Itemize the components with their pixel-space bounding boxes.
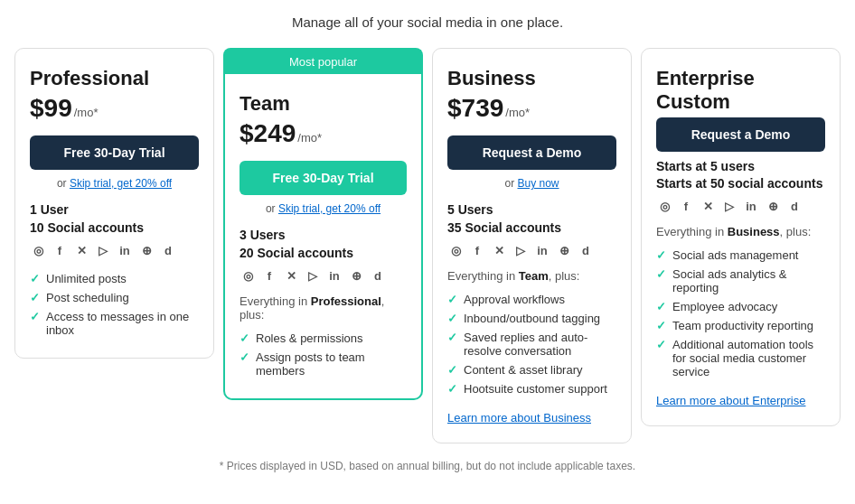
twitter-icon: ✕: [700, 198, 716, 214]
feature-item-professional-1: Post scheduling: [30, 288, 199, 307]
learn-more-business[interactable]: Learn more about Business: [447, 411, 616, 425]
price-amount: $249: [240, 119, 296, 148]
plan-card-team: Team$249/mo*Free 30-Day Trialor Skip tri…: [223, 74, 423, 400]
linkedin-icon: in: [534, 242, 550, 258]
price-amount: $739: [447, 94, 503, 123]
youtube-icon: ▷: [305, 267, 321, 284]
plan-price-team: $249/mo*: [240, 119, 407, 148]
facebook-icon: f: [52, 242, 68, 258]
social-icons-business: ◎f✕▷in⊕d: [447, 242, 616, 258]
plan-name-professional: Professional: [30, 67, 199, 90]
plan-name-team: Team: [240, 92, 407, 116]
feature-item-business-4: Hootsuite customer support: [447, 379, 616, 398]
feature-item-enterprise-2: Employee advocacy: [656, 297, 825, 316]
tiktok-icon: d: [578, 242, 594, 258]
plan-users-business: 5 Users: [447, 202, 616, 217]
instagram-icon: ◎: [656, 198, 672, 214]
cta-button-business[interactable]: Request a Demo: [447, 135, 616, 170]
features-intro-business: Everything in Team, plus:: [447, 269, 616, 283]
features-list-enterprise: Social ads managementSocial ads analytic…: [656, 246, 825, 381]
popular-badge: Most popular: [223, 48, 423, 74]
instagram-icon: ◎: [30, 242, 46, 258]
twitter-icon: ✕: [491, 242, 507, 258]
social-icons-enterprise: ◎f✕▷in⊕d: [656, 198, 825, 214]
linkedin-icon: in: [117, 242, 133, 258]
plan-card-business: Business$739/mo*Request a Demoor Buy now…: [432, 48, 632, 443]
facebook-icon: f: [469, 242, 485, 258]
features-intro-enterprise: Everything in Business, plus:: [656, 225, 825, 238]
feature-item-team-1: Assign posts to team members: [240, 348, 407, 380]
youtube-icon: ▷: [512, 242, 529, 258]
linkedin-icon: in: [743, 198, 759, 214]
plan-name-business: Business: [447, 67, 616, 90]
feature-item-enterprise-1: Social ads analytics & reporting: [656, 265, 825, 297]
skip-link-professional: or Skip trial, get 20% off: [30, 177, 199, 190]
pinterest-icon: ⊕: [556, 242, 572, 258]
instagram-icon: ◎: [447, 242, 464, 258]
learn-more-enterprise[interactable]: Learn more about Enterprise: [656, 394, 825, 407]
facebook-icon: f: [261, 267, 277, 284]
plan-accounts-professional: 10 Social accounts: [30, 220, 199, 235]
tiktok-icon: d: [786, 198, 803, 214]
plan-wrapper-enterprise: EnterpriseCustomRequest a DemoStarts at …: [641, 48, 841, 426]
facebook-icon: f: [678, 198, 694, 214]
price-period: /mo*: [505, 106, 530, 119]
linkedin-icon: in: [326, 267, 343, 284]
buy-anchor-business[interactable]: Buy now: [517, 177, 559, 190]
plan-wrapper-professional: Professional$99/mo*Free 30-Day Trialor S…: [14, 48, 214, 359]
plan-accounts-team: 20 Social accounts: [240, 246, 407, 260]
plan-wrapper-team: Most popularTeam$249/mo*Free 30-Day Tria…: [223, 48, 423, 400]
plan-card-professional: Professional$99/mo*Free 30-Day Trialor S…: [14, 48, 214, 359]
features-intro-team: Everything in Professional, plus:: [240, 294, 407, 322]
feature-item-enterprise-4: Additional automation tools for social m…: [656, 335, 825, 381]
skip-anchor-team[interactable]: Skip trial, get 20% off: [278, 202, 381, 215]
social-icons-team: ◎f✕▷in⊕d: [240, 267, 407, 284]
feature-item-enterprise-0: Social ads management: [656, 246, 825, 265]
starts-accounts-enterprise: Starts at 50 social accounts: [656, 176, 825, 191]
page-subtitle: Manage all of your social media in one p…: [14, 14, 841, 30]
plans-container: Professional$99/mo*Free 30-Day Trialor S…: [14, 48, 841, 443]
social-icons-professional: ◎f✕▷in⊕d: [30, 242, 199, 258]
instagram-icon: ◎: [240, 267, 256, 284]
plan-price-business: $739/mo*: [447, 94, 616, 123]
feature-item-team-0: Roles & permissions: [240, 329, 407, 348]
footer-note: * Prices displayed in USD, based on annu…: [14, 460, 841, 472]
feature-item-business-3: Content & asset library: [447, 360, 616, 379]
buy-link-business: or Buy now: [447, 177, 616, 190]
feature-item-professional-0: Unlimited posts: [30, 269, 199, 288]
plan-card-enterprise: EnterpriseCustomRequest a DemoStarts at …: [641, 48, 841, 426]
plan-accounts-business: 35 Social accounts: [447, 220, 616, 235]
feature-item-enterprise-3: Team productivity reporting: [656, 316, 825, 335]
features-list-professional: Unlimited postsPost schedulingAccess to …: [30, 269, 199, 340]
cta-button-team[interactable]: Free 30-Day Trial: [240, 161, 407, 195]
plan-users-team: 3 Users: [240, 228, 407, 242]
price-period: /mo*: [74, 106, 99, 119]
pinterest-icon: ⊕: [765, 198, 781, 214]
cta-button-enterprise[interactable]: Request a Demo: [656, 117, 825, 152]
plan-name-enterprise: EnterpriseCustom: [656, 67, 825, 114]
skip-anchor-professional[interactable]: Skip trial, get 20% off: [70, 177, 172, 190]
youtube-icon: ▷: [95, 242, 111, 258]
pinterest-icon: ⊕: [138, 242, 155, 258]
features-list-business: Approval workflowsInbound/outbound taggi…: [447, 290, 616, 398]
plan-price-professional: $99/mo*: [30, 94, 199, 123]
tiktok-icon: d: [160, 242, 176, 258]
plan-wrapper-business: Business$739/mo*Request a Demoor Buy now…: [432, 48, 632, 443]
feature-item-business-0: Approval workflows: [447, 290, 616, 309]
cta-button-professional[interactable]: Free 30-Day Trial: [30, 135, 199, 170]
price-amount: $99: [30, 94, 72, 123]
skip-link-team: or Skip trial, get 20% off: [240, 202, 407, 215]
feature-item-business-2: Saved replies and auto-resolve conversat…: [447, 328, 616, 360]
twitter-icon: ✕: [283, 267, 299, 284]
starts-users-enterprise: Starts at 5 users: [656, 159, 825, 173]
youtube-icon: ▷: [721, 198, 738, 214]
feature-item-business-1: Inbound/outbound tagging: [447, 309, 616, 328]
feature-item-professional-2: Access to messages in one inbox: [30, 307, 199, 340]
plan-users-professional: 1 User: [30, 202, 199, 217]
pinterest-icon: ⊕: [348, 267, 364, 284]
price-period: /mo*: [297, 131, 322, 145]
features-list-team: Roles & permissionsAssign posts to team …: [240, 329, 407, 380]
twitter-icon: ✕: [73, 242, 89, 258]
tiktok-icon: d: [370, 267, 386, 284]
